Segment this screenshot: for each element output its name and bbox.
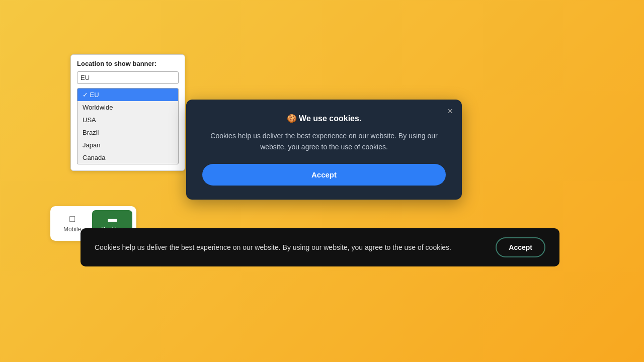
cookie-bar: Cookies help us deliver the best experie… bbox=[80, 228, 559, 266]
dropdown-item-eu[interactable]: ✓ EU bbox=[77, 88, 178, 101]
location-label: Location to show banner: bbox=[77, 60, 179, 67]
location-widget: Location to show banner: EU ✓ EU Worldwi… bbox=[70, 54, 185, 171]
location-select-wrapper: EU bbox=[77, 71, 179, 84]
location-select[interactable]: EU bbox=[77, 71, 179, 84]
dropdown-item-worldwide[interactable]: Worldwide bbox=[77, 101, 178, 114]
cookie-modal-title: 🍪 We use cookies. bbox=[202, 114, 446, 123]
cookie-bar-accept-button[interactable]: Accept bbox=[496, 237, 545, 257]
cookie-modal-close-button[interactable]: × bbox=[447, 107, 453, 116]
cookie-modal-accept-button[interactable]: Accept bbox=[202, 164, 446, 186]
desktop-icon: ▬ bbox=[108, 214, 117, 223]
dropdown-item-brazil[interactable]: Brazil bbox=[77, 126, 178, 139]
cookie-modal-body: Cookies help us deliver the best experie… bbox=[202, 130, 446, 153]
dropdown-item-usa[interactable]: USA bbox=[77, 114, 178, 126]
location-dropdown-list: ✓ EU Worldwide USA Brazil Japan Canada bbox=[77, 88, 179, 164]
dropdown-item-japan[interactable]: Japan bbox=[77, 139, 178, 151]
mobile-label: Mobile bbox=[63, 226, 81, 233]
mobile-icon: □ bbox=[69, 214, 75, 223]
dropdown-item-canada[interactable]: Canada bbox=[77, 151, 178, 164]
cookie-modal: × 🍪 We use cookies. Cookies help us deli… bbox=[186, 100, 462, 200]
cookie-bar-text: Cookies help us deliver the best experie… bbox=[95, 243, 486, 251]
